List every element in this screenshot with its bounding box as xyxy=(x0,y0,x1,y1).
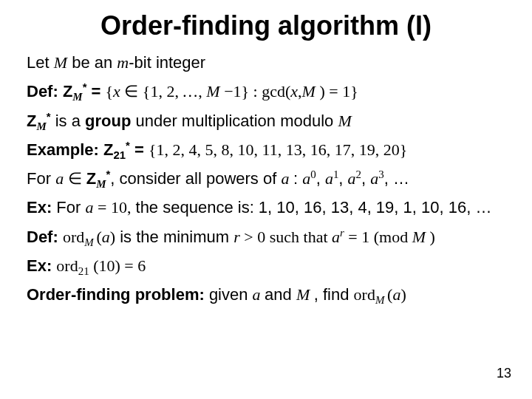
text: ) xyxy=(400,285,406,304)
var-x: x xyxy=(290,82,298,100)
var-a: a xyxy=(325,169,333,188)
text: = 1 (mod xyxy=(344,228,412,246)
text: Ex: xyxy=(27,256,56,275)
text: -bit integer xyxy=(129,53,205,72)
text: = xyxy=(86,82,105,100)
var-a: a xyxy=(102,228,110,246)
line-def-ord: Def: ordM (a) is the minimum r > 0 such … xyxy=(27,228,505,246)
text: For xyxy=(27,169,55,188)
set-values: 1, 2, 4, 5, 8, 10, 11, 13, 16, 17, 19, 2… xyxy=(156,140,399,159)
text: given xyxy=(205,285,253,304)
text: For xyxy=(52,198,85,216)
page-number: 13 xyxy=(497,366,511,381)
text: Z xyxy=(82,169,97,188)
sub-21: 21 xyxy=(113,149,126,161)
sub-21: 21 xyxy=(78,265,89,277)
sub-M: M xyxy=(72,92,82,103)
line-problem: Order-finding problem: given a and M , f… xyxy=(27,285,505,304)
text: Ex: xyxy=(27,198,52,216)
exp: 3 xyxy=(378,168,383,180)
text: : xyxy=(293,169,302,188)
exp: 0 xyxy=(310,168,316,180)
line-let: Let M be an m-bit integer xyxy=(27,53,505,72)
ord: ord xyxy=(63,228,84,246)
slide-title: Order-finding algorithm (I) xyxy=(27,10,505,41)
brace-open: { xyxy=(106,82,114,100)
text: Example: Z xyxy=(27,140,113,159)
element-of-icon: ∈ xyxy=(124,82,138,100)
text: is a xyxy=(51,112,85,130)
ord: ord xyxy=(56,256,78,275)
line-example-z21: Example: Z21* = {1, 2, 4, 5, 8, 10, 11, … xyxy=(27,140,505,159)
text: , find xyxy=(314,285,354,304)
text: , xyxy=(316,169,325,188)
text: and xyxy=(265,285,296,304)
text: Let xyxy=(27,53,54,72)
brace-close: } xyxy=(400,140,408,159)
line-def-zm: Def: ZM* = {x ∈ {1, 2, …, M −1} : gcd(x,… xyxy=(27,82,505,100)
var-a: a xyxy=(55,169,68,188)
sequence: the sequence is: 1, 10, 16, 13, 4, 19, 1… xyxy=(131,198,491,216)
var-M: M xyxy=(302,82,320,100)
text: > 0 such that xyxy=(244,228,332,246)
text: = 10, xyxy=(98,198,131,216)
line-powers: For a ∈ ZM*, consider all powers of a : … xyxy=(27,169,505,188)
var-a: a xyxy=(370,169,378,188)
text: , … xyxy=(384,169,409,188)
var-r: r xyxy=(233,228,244,246)
text: be an xyxy=(67,53,117,72)
text: Def: Z xyxy=(27,82,72,100)
sub-M: M xyxy=(96,179,106,191)
text: = xyxy=(130,140,149,159)
line-ex-sequence: Ex: For a = 10, the sequence is: 1, 10, … xyxy=(27,198,505,216)
sub-M: M xyxy=(36,120,46,132)
text: ) = 1 xyxy=(319,82,350,100)
text: ) xyxy=(430,228,435,246)
text: ( xyxy=(96,228,101,246)
sub-M: M xyxy=(84,236,96,248)
line-group: ZM* is a group under multiplication modu… xyxy=(27,112,505,130)
var-a: a xyxy=(302,169,310,188)
text: {1, 2, …, xyxy=(138,82,206,100)
text: −1} : gcd( xyxy=(224,82,290,100)
var-a: a xyxy=(85,198,98,216)
text: Order-finding problem: xyxy=(27,285,205,304)
var-M: M xyxy=(412,228,430,246)
brace-close: } xyxy=(350,82,358,100)
ord: ord xyxy=(354,285,375,304)
text: , consider all powers of xyxy=(110,169,281,188)
var-M: M xyxy=(54,53,67,72)
var-m: m xyxy=(117,53,129,72)
var-a: a xyxy=(348,169,356,188)
text: (10) = 6 xyxy=(89,256,146,275)
bold-group: group xyxy=(85,112,131,130)
var-a: a xyxy=(253,285,265,304)
element-of-icon: ∈ xyxy=(68,169,82,188)
brace-open: { xyxy=(149,140,157,159)
text: , xyxy=(338,169,347,188)
var-a: a xyxy=(392,285,400,304)
var-M: M xyxy=(206,82,224,100)
var-a: a xyxy=(332,228,340,246)
var-x: x xyxy=(113,82,124,100)
text: ) xyxy=(110,228,115,246)
var-a: a xyxy=(281,169,293,188)
sub-M: M xyxy=(375,295,387,307)
text: under multiplication modulo xyxy=(131,112,338,130)
text: Def: xyxy=(27,228,63,246)
text: Z xyxy=(27,112,36,130)
text: is the minimum xyxy=(115,228,233,246)
line-ex-ord: Ex: ord21 (10) = 6 xyxy=(27,256,505,275)
text: , xyxy=(361,169,370,188)
var-M: M xyxy=(296,285,314,304)
exp: 2 xyxy=(356,168,361,180)
slide: Order-finding algorithm (I) Let M be an … xyxy=(0,0,532,399)
var-M: M xyxy=(338,112,351,130)
